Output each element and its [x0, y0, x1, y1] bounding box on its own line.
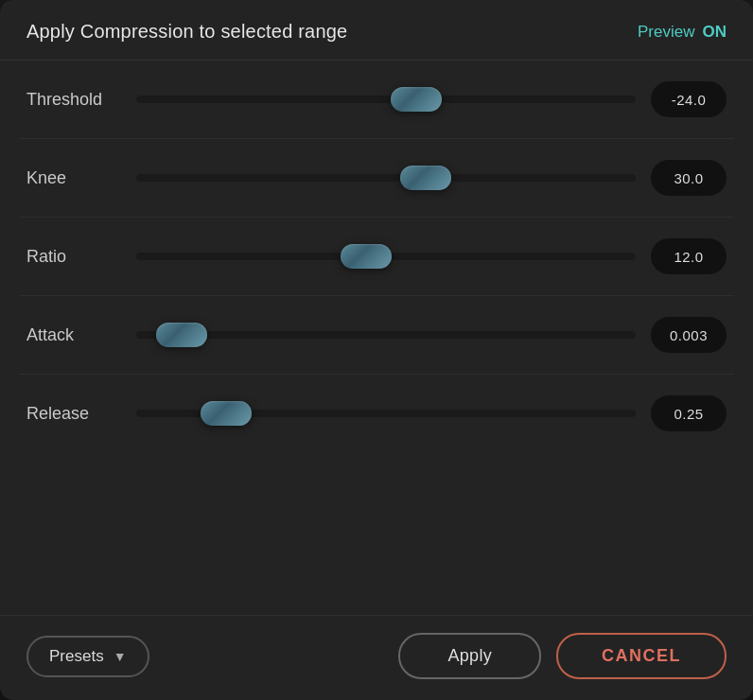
slider-row-threshold: Threshold-24.0 — [19, 61, 734, 139]
slider-label-release: Release — [26, 404, 121, 424]
slider-row-ratio: Ratio12.0 — [19, 218, 734, 296]
slider-value-knee: 30.0 — [651, 160, 727, 196]
chevron-down-icon: ▼ — [114, 649, 127, 664]
preview-state: ON — [703, 23, 727, 42]
dialog-title: Apply Compression to selected range — [26, 21, 347, 43]
cancel-button[interactable]: CANCEL — [556, 633, 727, 679]
slider-wrapper-release[interactable] — [136, 396, 636, 430]
footer-actions: Apply CANCEL — [398, 633, 727, 679]
slider-wrapper-attack[interactable] — [136, 318, 636, 352]
preview-label: Preview — [638, 23, 694, 42]
dialog-footer: Presets ▼ Apply CANCEL — [0, 615, 753, 700]
preview-toggle[interactable]: Preview ON — [638, 23, 727, 42]
slider-wrapper-threshold[interactable] — [136, 82, 636, 116]
slider-value-ratio: 12.0 — [651, 238, 727, 274]
slider-label-ratio: Ratio — [26, 247, 121, 267]
presets-label: Presets — [49, 647, 104, 666]
slider-thumb-knee[interactable] — [400, 166, 451, 190]
slider-value-threshold: -24.0 — [651, 81, 727, 117]
slider-track-threshold — [136, 96, 636, 103]
slider-track-release — [136, 410, 636, 417]
slider-thumb-ratio[interactable] — [341, 244, 392, 269]
slider-wrapper-knee[interactable] — [136, 161, 636, 195]
slider-value-release: 0.25 — [651, 395, 727, 431]
presets-button[interactable]: Presets ▼ — [26, 636, 149, 677]
slider-label-attack: Attack — [26, 325, 121, 345]
slider-row-attack: Attack0.003 — [19, 296, 734, 375]
slider-thumb-threshold[interactable] — [391, 87, 442, 112]
slider-track-ratio — [136, 253, 636, 260]
slider-row-knee: Knee30.0 — [19, 139, 734, 218]
slider-row-release: Release0.25 — [19, 375, 734, 452]
slider-track-knee — [136, 174, 636, 182]
slider-wrapper-ratio[interactable] — [136, 239, 636, 273]
compression-dialog: Apply Compression to selected range Prev… — [0, 0, 753, 700]
apply-button[interactable]: Apply — [398, 633, 541, 679]
slider-value-attack: 0.003 — [651, 317, 727, 353]
slider-track-attack — [136, 331, 636, 339]
controls-area: Threshold-24.0Knee30.0Ratio12.0Attack0.0… — [0, 61, 753, 611]
dialog-header: Apply Compression to selected range Prev… — [0, 0, 753, 61]
slider-label-knee: Knee — [26, 168, 121, 188]
slider-thumb-release[interactable] — [201, 401, 252, 426]
slider-label-threshold: Threshold — [26, 90, 121, 110]
slider-thumb-attack[interactable] — [156, 323, 207, 347]
